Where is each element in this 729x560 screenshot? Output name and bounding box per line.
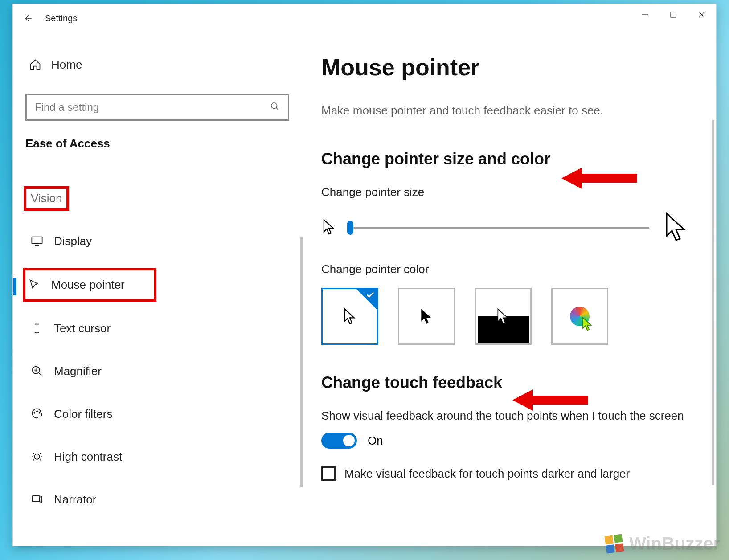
- checkmark-icon: [365, 290, 375, 302]
- titlebar: Settings: [13, 4, 716, 33]
- cursor-small-icon: [321, 218, 336, 237]
- toggle-knob: [343, 435, 355, 446]
- svg-rect-8: [33, 496, 40, 502]
- search-input[interactable]: [35, 101, 270, 114]
- sidebar-group-vision: Vision: [24, 186, 69, 211]
- window-title: Settings: [45, 13, 77, 24]
- black-cursor-icon: [420, 307, 433, 325]
- sidebar-home-label: Home: [51, 58, 82, 72]
- color-wheel-wrap: [570, 307, 590, 326]
- pointer-size-slider-row: [321, 211, 689, 245]
- svg-point-5: [37, 411, 37, 412]
- white-cursor-icon: [343, 307, 356, 325]
- magnifier-icon: [31, 365, 43, 377]
- page-description: Make mouse pointer and touch feedback ea…: [321, 104, 689, 118]
- section-pointer-size-color: Change pointer size and color: [321, 150, 689, 168]
- sidebar: Home Ease of Access Vision Display Mouse…: [13, 33, 303, 546]
- minimize-icon: [641, 11, 648, 18]
- section-touch-feedback: Change touch feedback: [321, 373, 689, 392]
- checkbox[interactable]: [321, 466, 336, 481]
- sidebar-item-narrator[interactable]: Narrator: [25, 483, 289, 515]
- svg-point-4: [34, 413, 35, 413]
- sidebar-item-label: High contrast: [54, 450, 122, 464]
- svg-rect-0: [671, 12, 676, 17]
- maximize-button[interactable]: [659, 4, 688, 25]
- inverted-cursor-icon: [496, 307, 510, 325]
- pointer-color-options: [321, 288, 689, 345]
- window-controls: [631, 4, 716, 25]
- pointer-color-label: Change pointer color: [321, 262, 689, 276]
- svg-point-7: [34, 454, 40, 459]
- lime-cursor-icon: [582, 316, 593, 333]
- watermark-logo-icon: [604, 534, 624, 553]
- sidebar-item-display[interactable]: Display: [25, 225, 289, 257]
- page-title: Mouse pointer: [321, 54, 689, 81]
- touch-feedback-description: Show visual feedback around the touch po…: [321, 409, 689, 423]
- touch-feedback-toggle[interactable]: [321, 433, 357, 449]
- close-button[interactable]: [688, 4, 716, 25]
- sidebar-item-label: Text cursor: [54, 322, 111, 335]
- close-icon: [698, 11, 705, 18]
- display-icon: [31, 235, 43, 247]
- back-arrow-icon: [21, 12, 33, 24]
- slider-thumb[interactable]: [347, 221, 353, 235]
- sidebar-item-color-filters[interactable]: Color filters: [25, 398, 289, 430]
- sidebar-category: Ease of Access: [25, 137, 289, 151]
- color-filters-icon: [31, 408, 43, 420]
- mouse-pointer-icon: [28, 278, 41, 291]
- watermark-text: WinBuzzer: [629, 534, 720, 554]
- search-icon: [270, 102, 280, 113]
- svg-point-1: [271, 103, 277, 109]
- sidebar-item-label: Color filters: [54, 407, 112, 421]
- checkbox-label: Make visual feedback for touch points da…: [344, 467, 630, 481]
- sidebar-item-label: Narrator: [54, 493, 96, 507]
- narrator-icon: [31, 493, 43, 506]
- pointer-color-black[interactable]: [398, 288, 455, 345]
- text-cursor-icon: [31, 322, 43, 335]
- toggle-state-label: On: [368, 434, 383, 448]
- content-scrollbar[interactable]: [712, 120, 714, 485]
- cursor-large-icon: [663, 211, 689, 245]
- pointer-size-slider[interactable]: [350, 227, 649, 229]
- sidebar-item-label: Display: [54, 234, 92, 248]
- maximize-icon: [670, 11, 677, 18]
- home-icon: [29, 58, 41, 71]
- pointer-color-inverted[interactable]: [475, 288, 532, 345]
- pointer-color-custom[interactable]: [551, 288, 608, 345]
- darker-larger-checkbox-row[interactable]: Make visual feedback for touch points da…: [321, 466, 689, 481]
- sidebar-item-high-contrast[interactable]: High contrast: [25, 441, 289, 473]
- sidebar-item-mouse-pointer[interactable]: Mouse pointer: [23, 268, 156, 302]
- svg-point-6: [39, 413, 40, 413]
- pointer-color-white[interactable]: [321, 288, 378, 345]
- back-button[interactable]: [13, 4, 41, 33]
- sidebar-item-magnifier[interactable]: Magnifier: [25, 355, 289, 387]
- sidebar-scrollbar[interactable]: [300, 237, 303, 487]
- content-area: Mouse pointer Make mouse pointer and tou…: [303, 33, 716, 546]
- sidebar-item-label: Mouse pointer: [51, 278, 125, 292]
- sidebar-home[interactable]: Home: [25, 49, 289, 81]
- pointer-size-label: Change pointer size: [321, 185, 689, 199]
- sidebar-item-text-cursor[interactable]: Text cursor: [25, 312, 289, 344]
- minimize-button[interactable]: [631, 4, 659, 25]
- svg-rect-2: [32, 237, 42, 244]
- touch-feedback-toggle-row: On: [321, 433, 689, 449]
- sidebar-item-label: Magnifier: [54, 364, 102, 378]
- search-box[interactable]: [25, 94, 289, 121]
- watermark: WinBuzzer: [606, 534, 720, 554]
- settings-window: Settings Home Eas: [12, 4, 717, 546]
- high-contrast-icon: [31, 450, 43, 463]
